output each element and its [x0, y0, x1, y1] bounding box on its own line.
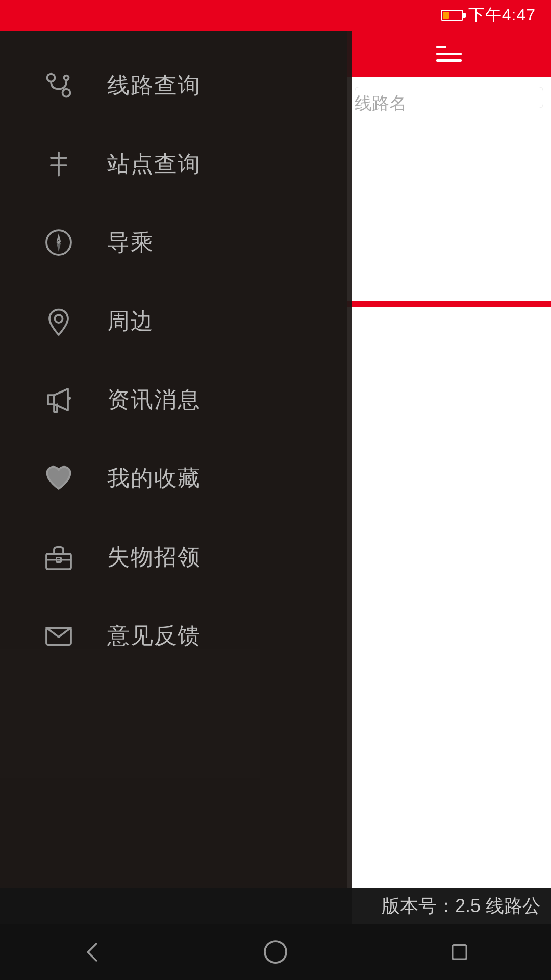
- heart-icon: [41, 460, 77, 496]
- sidebar-item-news[interactable]: 资讯消息: [0, 360, 352, 439]
- navigation-label: 导乘: [107, 228, 154, 258]
- svg-point-11: [68, 397, 71, 400]
- menu-button[interactable]: [436, 46, 462, 62]
- news-icon: [41, 382, 77, 418]
- favorites-label: 我的收藏: [107, 463, 201, 494]
- route-query-label: 线路查询: [107, 70, 201, 101]
- sidebar-item-lost-found[interactable]: 失物招领: [0, 518, 352, 596]
- svg-rect-17: [452, 945, 466, 959]
- svg-point-1: [63, 89, 70, 97]
- search-input[interactable]: 线路名: [355, 87, 543, 108]
- back-button[interactable]: [71, 932, 112, 972]
- red-divider: [347, 301, 551, 307]
- location-icon: [41, 303, 77, 339]
- hamburger-line-3: [436, 59, 462, 62]
- sidebar-item-route-query[interactable]: 线路查询: [0, 46, 352, 125]
- version-bar: 版本号：2.5 线路公: [0, 888, 551, 924]
- battery-icon: [441, 10, 463, 21]
- svg-point-10: [55, 315, 63, 323]
- battery-level: [443, 12, 449, 19]
- route-icon: [41, 67, 77, 103]
- status-bar: 下午4:47: [0, 0, 551, 31]
- sidebar-item-favorites[interactable]: 我的收藏: [0, 439, 352, 518]
- home-button[interactable]: [255, 932, 296, 972]
- sidebar-item-nearby[interactable]: 周边: [0, 282, 352, 360]
- sidebar-item-stop-query[interactable]: 站点查询: [0, 125, 352, 203]
- compass-icon: [41, 225, 77, 260]
- stop-query-label: 站点查询: [107, 149, 201, 179]
- lost-found-label: 失物招领: [107, 542, 201, 572]
- toolbox-icon: [41, 539, 77, 575]
- news-label: 资讯消息: [107, 385, 201, 415]
- recent-button[interactable]: [439, 932, 480, 972]
- svg-point-9: [57, 241, 60, 244]
- sidebar-item-feedback[interactable]: 意见反馈: [0, 596, 352, 675]
- nearby-label: 周边: [107, 306, 154, 336]
- drawer-menu: 线路查询 站点查询 导乘: [0, 31, 352, 980]
- version-text: 版本号：2.5 线路公: [382, 894, 541, 919]
- app-header: [347, 31, 551, 77]
- hamburger-line-2: [436, 53, 462, 55]
- stop-icon: [41, 146, 77, 182]
- nav-bar: [0, 924, 551, 980]
- sidebar-item-navigation[interactable]: 导乘: [0, 203, 352, 282]
- status-time: 下午4:47: [468, 4, 536, 27]
- svg-point-0: [47, 74, 55, 82]
- mail-icon: [41, 618, 77, 653]
- feedback-label: 意见反馈: [107, 621, 201, 651]
- search-placeholder: 线路名: [355, 92, 407, 115]
- main-content: 线路名: [347, 77, 551, 949]
- svg-point-2: [64, 76, 69, 80]
- svg-point-16: [265, 941, 286, 963]
- hamburger-line-1: [436, 46, 446, 48]
